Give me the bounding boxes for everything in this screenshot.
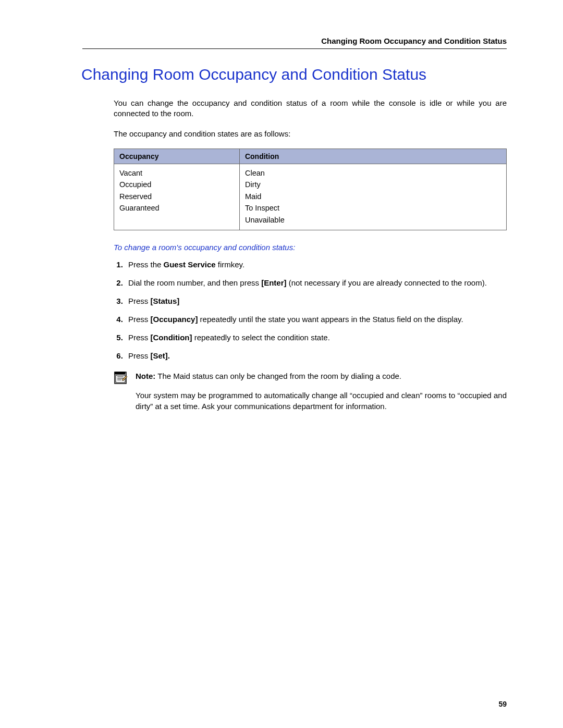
page-number: 59 bbox=[498, 700, 507, 708]
step-text: (not necessary if you are already connec… bbox=[286, 278, 486, 287]
note-line: The Maid status can only be changed from… bbox=[155, 372, 401, 380]
step-item: Press [Occupancy] repeatedly until the s… bbox=[125, 314, 507, 325]
step-text: repeatedly to select the condition state… bbox=[192, 333, 329, 342]
step-text: Press bbox=[128, 297, 151, 305]
table-row: Vacant Occupied Reserved Guaranteed Clea… bbox=[114, 164, 507, 230]
step-key: [Set]. bbox=[151, 351, 170, 360]
step-text: Dial the room number, and then press bbox=[128, 278, 261, 287]
step-key: Guest Service bbox=[164, 260, 216, 269]
occupancy-cell: Vacant Occupied Reserved Guaranteed bbox=[114, 164, 240, 230]
step-item: Dial the room number, and then press [En… bbox=[125, 277, 507, 288]
occupancy-value: Reserved bbox=[119, 191, 234, 202]
step-item: Press [Set]. bbox=[125, 350, 507, 361]
intro-paragraph-2: The occupancy and condition states are a… bbox=[114, 129, 507, 139]
table-header-occupancy: Occupancy bbox=[114, 149, 240, 164]
note-text: Note: The Maid status can only be change… bbox=[136, 371, 507, 420]
step-text: repeatedly until the state you want appe… bbox=[198, 315, 463, 324]
states-table: Occupancy Condition Vacant Occupied Rese… bbox=[114, 149, 507, 230]
condition-value: Unavailable bbox=[245, 214, 501, 226]
procedure-subheading: To change a room's occupancy and conditi… bbox=[114, 243, 507, 252]
condition-value: Dirty bbox=[245, 179, 501, 190]
steps-list: Press the Guest Service firmkey. Dial th… bbox=[114, 259, 507, 361]
step-item: Press [Status] bbox=[125, 295, 507, 306]
table-header-condition: Condition bbox=[239, 149, 506, 164]
note-icon bbox=[114, 371, 128, 420]
step-key: [Condition] bbox=[151, 333, 192, 342]
note-block: Note: The Maid status can only be change… bbox=[114, 371, 507, 420]
step-text: Press bbox=[128, 315, 151, 324]
note-label: Note: bbox=[136, 372, 155, 380]
condition-value: Clean bbox=[245, 167, 501, 179]
step-item: Press the Guest Service firmkey. bbox=[125, 259, 507, 270]
step-text: firmkey. bbox=[216, 260, 245, 269]
note-line: Your system may be programmed to automat… bbox=[136, 390, 507, 412]
occupancy-value: Guaranteed bbox=[119, 202, 234, 214]
step-text: Press bbox=[128, 333, 151, 342]
occupancy-value: Occupied bbox=[119, 179, 234, 190]
condition-value: To Inspect bbox=[245, 202, 501, 214]
step-text: Press the bbox=[128, 260, 164, 269]
page: Changing Room Occupancy and Condition St… bbox=[0, 0, 563, 728]
step-text: Press bbox=[128, 351, 151, 360]
step-key: [Occupancy] bbox=[151, 315, 198, 324]
condition-cell: Clean Dirty Maid To Inspect Unavailable bbox=[239, 164, 506, 230]
step-key: [Status] bbox=[151, 297, 180, 305]
step-key: [Enter] bbox=[261, 278, 286, 287]
running-head: Changing Room Occupancy and Condition St… bbox=[82, 36, 507, 49]
body-content: You can change the occupancy and conditi… bbox=[114, 98, 507, 420]
intro-paragraph-1: You can change the occupancy and conditi… bbox=[114, 98, 507, 119]
condition-value: Maid bbox=[245, 191, 501, 202]
occupancy-value: Vacant bbox=[119, 167, 234, 179]
step-item: Press [Condition] repeatedly to select t… bbox=[125, 332, 507, 343]
page-title: Changing Room Occupancy and Condition St… bbox=[81, 66, 507, 83]
